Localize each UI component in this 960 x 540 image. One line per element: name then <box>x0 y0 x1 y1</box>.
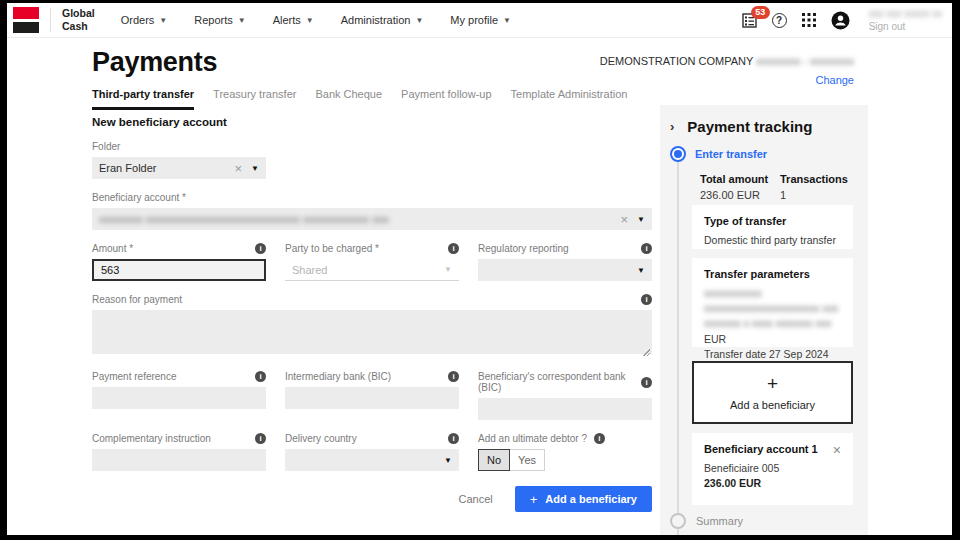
add-beneficiary-card-button[interactable]: + Add a beneficiary <box>692 361 853 424</box>
redacted-line: xxxxxxxxxxxxxxxxxxxxxx xxx <box>704 301 841 316</box>
transactions-block: Transactions 1 <box>780 173 860 201</box>
change-company-link[interactable]: Change <box>815 74 854 86</box>
logo-black-block <box>13 22 39 34</box>
complementary-instruction-label: Complementary instruction <box>92 433 211 444</box>
reason-for-payment-textarea[interactable] <box>92 310 652 354</box>
info-icon[interactable]: i <box>255 433 266 444</box>
sign-out-link[interactable]: Sign out <box>869 20 942 33</box>
info-icon[interactable]: i <box>594 433 605 444</box>
chevron-down-icon: ▼ <box>238 16 246 25</box>
intermediary-bank-input[interactable] <box>285 387 459 409</box>
type-of-transfer-label: Type of transfer <box>704 215 841 227</box>
resize-grip-icon[interactable] <box>643 349 650 356</box>
beneficiary-account-value-redacted: xxxxxxxx xxxxxxxxxxxxxxxxxxxxxxxxxxxx xx… <box>99 213 620 225</box>
tab-payment-follow-up[interactable]: Payment follow-up <box>401 88 492 110</box>
chevron-down-icon: ▼ <box>637 215 645 224</box>
transfer-currency: EUR <box>704 332 841 347</box>
nav-item-alerts[interactable]: Alerts ▼ <box>273 14 314 26</box>
tab-treasury-transfer[interactable]: Treasury transfer <box>213 88 296 110</box>
ultimate-debtor-yes-button[interactable]: Yes <box>510 449 545 471</box>
chevron-down-icon: ▼ <box>444 265 452 274</box>
user-name-redacted: xxx xxx xxxxx xx <box>869 7 942 20</box>
user-avatar-icon[interactable] <box>831 11 850 30</box>
ultimate-debtor-no-button[interactable]: No <box>478 449 510 471</box>
nav-item-administration[interactable]: Administration ▼ <box>341 14 424 26</box>
collapse-chevron-icon[interactable]: › <box>670 119 674 134</box>
tracking-title: Payment tracking <box>687 118 812 135</box>
add-beneficiary-card-label: Add a beneficiary <box>730 399 815 411</box>
remove-beneficiary-icon[interactable]: × <box>833 443 841 457</box>
nav-label: Administration <box>341 14 411 26</box>
avatar-glyph <box>831 11 850 30</box>
info-icon[interactable]: i <box>448 433 459 444</box>
topbar-divider <box>50 8 51 32</box>
tracking-header: › Payment tracking <box>670 118 812 135</box>
nav-label: Orders <box>121 14 155 26</box>
nav-item-orders[interactable]: Orders ▼ <box>121 14 168 26</box>
add-beneficiary-submit-button[interactable]: + Add a beneficiary <box>515 486 652 512</box>
info-icon[interactable]: i <box>641 377 652 388</box>
nav-item-reports[interactable]: Reports ▼ <box>194 14 245 26</box>
nav-label: Reports <box>194 14 233 26</box>
regulatory-reporting-label: Regulatory reporting <box>478 243 569 254</box>
apps-grid-icon[interactable] <box>802 13 816 27</box>
chevron-down-icon: ▼ <box>503 16 511 25</box>
clear-icon[interactable]: × <box>234 161 242 176</box>
brand-line2: Cash <box>62 20 95 33</box>
notification-badge: 53 <box>751 6 770 20</box>
type-of-transfer-value: Domestic third party transfer <box>704 233 841 248</box>
cancel-button[interactable]: Cancel <box>458 493 492 505</box>
top-navigation-bar: Global Cash Orders ▼ Reports ▼ Alerts ▼ … <box>7 3 952 38</box>
form-section-title: New beneficiary account <box>92 116 652 128</box>
nav-item-my-profile[interactable]: My profile ▼ <box>450 14 511 26</box>
plus-icon: + <box>530 492 538 507</box>
info-icon[interactable]: i <box>255 243 266 254</box>
clear-icon[interactable]: × <box>620 212 628 227</box>
info-icon[interactable]: i <box>641 294 652 305</box>
new-beneficiary-form: New beneficiary account Folder Eran Fold… <box>92 116 652 512</box>
delivery-country-select[interactable]: ▼ <box>285 449 459 471</box>
chevron-down-icon: ▼ <box>637 266 645 275</box>
step-enter-transfer: Enter transfer <box>670 146 767 162</box>
info-icon[interactable]: i <box>448 371 459 382</box>
beneficiary-account-select[interactable]: xxxxxxxx xxxxxxxxxxxxxxxxxxxxxxxxxxxx xx… <box>92 208 652 230</box>
info-icon[interactable]: i <box>448 243 459 254</box>
amount-label: Amount * <box>92 243 133 254</box>
tracking-timeline <box>677 160 679 535</box>
help-icon[interactable]: ? <box>772 13 787 28</box>
amount-input[interactable] <box>92 259 266 281</box>
brand-line1: Global <box>62 7 95 20</box>
info-icon[interactable]: i <box>641 243 652 254</box>
folder-select[interactable]: Eran Folder × ▼ <box>92 157 266 179</box>
payment-reference-input[interactable] <box>92 387 266 409</box>
beneficiary-card-title: Beneficiary account 1 <box>704 443 818 455</box>
company-ids-redacted: xxxxxxxx - xxxxxxxx <box>756 55 854 67</box>
submit-label: Add a beneficiary <box>545 493 637 505</box>
beneficiary-correspondent-bank-input[interactable] <box>478 398 652 420</box>
beneficiary-summary-card: Beneficiary account 1 × Beneficiaire 005… <box>692 433 853 505</box>
party-to-be-charged-value: Shared <box>292 264 444 276</box>
step-label: Enter transfer <box>695 148 767 160</box>
transfer-date: Transfer date 27 Sep 2024 <box>704 347 841 362</box>
info-icon[interactable]: i <box>255 371 266 382</box>
question-mark-glyph: ? <box>772 13 787 28</box>
transactions-label: Transactions <box>780 173 860 185</box>
party-to-be-charged-select[interactable]: Shared ▼ <box>285 259 459 281</box>
chevron-down-icon: ▼ <box>159 16 167 25</box>
intermediary-bank-label: Intermediary bank (BIC) <box>285 371 391 382</box>
complementary-instruction-input[interactable] <box>92 449 266 471</box>
tab-bank-cheque[interactable]: Bank Cheque <box>315 88 382 110</box>
notifications-icon[interactable]: 53 <box>742 13 757 28</box>
upcoming-step-icon <box>670 513 686 529</box>
societe-generale-logo[interactable] <box>13 7 39 33</box>
transfer-parameters-card: Transfer parameters xxxxxxxxxxx xxxxxxxx… <box>692 258 853 347</box>
type-of-transfer-card: Type of transfer Domestic third party tr… <box>692 205 853 249</box>
company-selector: DEMONSTRATION COMPANY xxxxxxxx - xxxxxxx… <box>600 55 854 88</box>
tab-template-administration[interactable]: Template Administration <box>511 88 628 110</box>
regulatory-reporting-select[interactable]: ▼ <box>478 259 652 281</box>
ultimate-debtor-toggle: No Yes <box>478 449 652 471</box>
step-label: Summary <box>696 515 743 527</box>
app-page: Global Cash Orders ▼ Reports ▼ Alerts ▼ … <box>7 3 952 535</box>
tab-third-party-transfer[interactable]: Third-party transfer <box>92 88 194 110</box>
active-step-icon <box>670 146 686 162</box>
